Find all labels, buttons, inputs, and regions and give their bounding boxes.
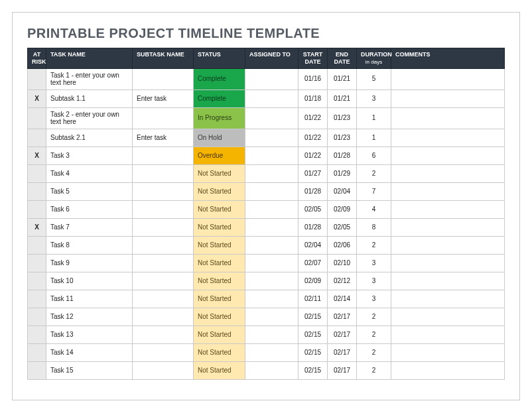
table-row: XTask 7Not Started01/2802/058 <box>28 218 505 236</box>
cell-status: Not Started <box>194 200 245 218</box>
cell-comments <box>391 107 505 129</box>
cell-start: 02/09 <box>299 272 328 290</box>
cell-subtask <box>133 308 194 325</box>
cell-end: 02/04 <box>328 182 357 200</box>
col-header-task: TASK NAME <box>46 48 133 69</box>
cell-end: 02/17 <box>328 325 357 343</box>
cell-assigned <box>245 361 299 379</box>
cell-task: Task 4 <box>46 164 133 182</box>
cell-subtask <box>133 147 194 164</box>
cell-risk <box>28 129 46 147</box>
cell-task: Task 15 <box>46 361 133 379</box>
cell-start: 02/15 <box>299 325 328 343</box>
cell-assigned <box>245 129 299 147</box>
cell-start: 02/11 <box>299 290 328 308</box>
cell-risk <box>28 343 46 361</box>
table-row: Task 12Not Started02/1502/172 <box>28 308 505 325</box>
cell-subtask <box>133 290 194 308</box>
cell-start: 02/15 <box>299 361 328 379</box>
cell-risk <box>28 164 46 182</box>
cell-status: Not Started <box>194 343 245 361</box>
cell-task: Task 5 <box>46 182 133 200</box>
cell-risk <box>28 68 46 89</box>
table-row: Task 1 - enter your own text hereComplet… <box>28 68 505 89</box>
cell-duration: 8 <box>357 218 391 236</box>
cell-risk: X <box>28 218 46 236</box>
cell-risk <box>28 272 46 290</box>
cell-subtask <box>133 218 194 236</box>
cell-end: 01/23 <box>328 107 357 129</box>
cell-start: 02/15 <box>299 343 328 361</box>
cell-duration: 5 <box>357 68 391 89</box>
cell-risk <box>28 254 46 272</box>
cell-status: Overdue <box>194 147 245 164</box>
cell-task: Task 13 <box>46 325 133 343</box>
cell-subtask <box>133 107 194 129</box>
cell-status: Not Started <box>194 236 245 254</box>
cell-start: 01/16 <box>299 68 328 89</box>
cell-assigned <box>245 254 299 272</box>
col-header-duration-main: DURATION <box>361 51 392 58</box>
cell-status: Not Started <box>194 361 245 379</box>
cell-start: 01/28 <box>299 218 328 236</box>
table-row: Task 4Not Started01/2701/292 <box>28 164 505 182</box>
cell-comments <box>391 89 505 107</box>
table-row: XTask 3Overdue01/2201/286 <box>28 147 505 164</box>
cell-task: Task 10 <box>46 272 133 290</box>
cell-comments <box>391 129 505 147</box>
cell-task: Task 6 <box>46 200 133 218</box>
cell-comments <box>391 147 505 164</box>
cell-end: 02/14 <box>328 290 357 308</box>
col-header-start: START DATE <box>299 48 328 69</box>
cell-comments <box>391 68 505 89</box>
table-row: Task 6Not Started02/0502/094 <box>28 200 505 218</box>
cell-risk <box>28 200 46 218</box>
cell-status: Not Started <box>194 272 245 290</box>
col-header-end: END DATE <box>328 48 357 69</box>
cell-end: 01/28 <box>328 147 357 164</box>
cell-start: 02/04 <box>299 236 328 254</box>
cell-task: Task 2 - enter your own text here <box>46 107 133 129</box>
cell-subtask <box>133 272 194 290</box>
cell-risk <box>28 107 46 129</box>
cell-end: 02/17 <box>328 361 357 379</box>
cell-comments <box>391 272 505 290</box>
cell-status: Not Started <box>194 308 245 325</box>
table-row: Task 5Not Started01/2802/047 <box>28 182 505 200</box>
cell-task: Task 3 <box>46 147 133 164</box>
cell-assigned <box>245 107 299 129</box>
cell-risk <box>28 308 46 325</box>
table-row: Task 8Not Started02/0402/062 <box>28 236 505 254</box>
cell-comments <box>391 325 505 343</box>
cell-duration: 3 <box>357 89 391 107</box>
cell-comments <box>391 218 505 236</box>
cell-end: 01/23 <box>328 129 357 147</box>
cell-comments <box>391 254 505 272</box>
cell-risk <box>28 290 46 308</box>
cell-risk: X <box>28 147 46 164</box>
cell-task: Task 12 <box>46 308 133 325</box>
cell-task: Task 1 - enter your own text here <box>46 68 133 89</box>
table-row: Subtask 2.1Enter taskOn Hold01/2201/231 <box>28 129 505 147</box>
cell-assigned <box>245 343 299 361</box>
cell-assigned <box>245 218 299 236</box>
col-header-comments: COMMENTS <box>391 48 505 69</box>
cell-duration: 3 <box>357 254 391 272</box>
cell-duration: 2 <box>357 236 391 254</box>
table-row: Task 2 - enter your own text hereIn Prog… <box>28 107 505 129</box>
table-row: Task 15Not Started02/1502/172 <box>28 361 505 379</box>
cell-task: Task 11 <box>46 290 133 308</box>
cell-subtask <box>133 254 194 272</box>
col-header-risk: AT RISK <box>28 48 46 69</box>
cell-comments <box>391 200 505 218</box>
cell-risk <box>28 325 46 343</box>
cell-status: Not Started <box>194 254 245 272</box>
cell-end: 02/17 <box>328 308 357 325</box>
cell-assigned <box>245 272 299 290</box>
table-row: Task 10Not Started02/0902/123 <box>28 272 505 290</box>
cell-assigned <box>245 236 299 254</box>
col-header-duration: DURATION in days <box>357 48 391 69</box>
cell-assigned <box>245 147 299 164</box>
cell-comments <box>391 236 505 254</box>
cell-comments <box>391 290 505 308</box>
